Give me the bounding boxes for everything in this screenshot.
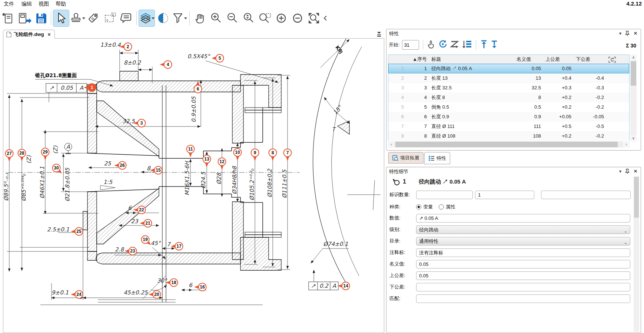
dimension-text[interactable]: (Z): [26, 155, 32, 164]
dim-balloon-13[interactable]: 13: [203, 155, 211, 168]
dim-balloon-7[interactable]: 7: [284, 149, 292, 161]
dimension-text[interactable]: 32.5: [122, 118, 135, 125]
layers-dropdown-caret[interactable]: [152, 17, 155, 19]
radio-variable[interactable]: 变量: [416, 204, 433, 210]
value-input[interactable]: ↗ 0.05 A: [416, 214, 630, 222]
lower-tol-input[interactable]: [416, 283, 630, 291]
sort-list-icon[interactable]: [462, 39, 472, 50]
dimension-text[interactable]: Ø46X1±0.1: [39, 166, 46, 198]
dimension-text[interactable]: K向: [334, 44, 344, 55]
refresh-view-icon[interactable]: [606, 55, 629, 63]
dimension-text[interactable]: Ø21.8±0.05: [64, 167, 71, 202]
dimension-text[interactable]: 9±0.1: [52, 289, 69, 296]
tab-close-icon[interactable]: ×: [48, 32, 51, 37]
dim-balloon-3[interactable]: 3: [133, 119, 146, 127]
detail-close-icon[interactable]: ✕: [634, 169, 637, 174]
table-row[interactable]: 22长度 1313+0.4-0.4: [388, 73, 629, 83]
dimension-text[interactable]: M16X1.5-6H: [184, 161, 190, 195]
dimension-text[interactable]: 0.5X45°: [187, 53, 210, 60]
fcf-runout-02[interactable]: ↗ 0.2 A: [309, 282, 338, 290]
dimension-text[interactable]: Ø28: [216, 172, 222, 184]
vscroll-down-arrow[interactable]: ∨: [630, 135, 637, 141]
dim-balloon-5[interactable]: 5: [212, 55, 224, 62]
dimension-text[interactable]: Ø34H8/h8: [231, 166, 238, 194]
filter-button[interactable]: [172, 10, 187, 26]
dimension-text[interactable]: 1:5: [103, 179, 113, 185]
dim-balloon-19[interactable]: 19: [142, 236, 151, 245]
new-file-button[interactable]: [0, 10, 16, 26]
dimension-text[interactable]: 0.9±0.05: [190, 96, 197, 122]
zoom-vertical-button[interactable]: [241, 10, 256, 26]
panel-pin-icon[interactable]: [625, 31, 630, 37]
menu-edit[interactable]: 编辑: [21, 1, 32, 7]
pan-tool-button[interactable]: [192, 10, 208, 26]
dim-balloon-14[interactable]: 14: [338, 282, 350, 290]
menu-help[interactable]: 帮助: [56, 1, 66, 7]
menu-file[interactable]: 文件: [4, 1, 14, 7]
dim-balloon-26[interactable]: 26: [114, 162, 126, 169]
dimension-text[interactable]: 2.8: [115, 246, 124, 253]
dimension-text[interactable]: 2.5±0.1: [47, 226, 69, 233]
hscroll-right-arrow[interactable]: ›: [623, 141, 630, 148]
dim-balloon-11[interactable]: 11: [187, 145, 195, 158]
dim-balloon-17[interactable]: 17: [171, 243, 183, 250]
drawing-canvas[interactable]: A ↗ 0.05 A ↗ 0.2 A 锥孔Ø2: [3, 38, 384, 333]
vscroll-thumb[interactable]: [631, 61, 636, 86]
detail-dropdown-icon[interactable]: ▾: [619, 169, 621, 174]
dimension-text[interactable]: Ø85⁺⁰·⁰⁵⁴₀: [20, 174, 27, 201]
tab-overflow-menu[interactable]: [376, 31, 382, 38]
datum-a-symbol[interactable]: A: [64, 143, 72, 154]
table-row[interactable]: 88直径 Ø 108108+0.2-0.2: [388, 131, 629, 141]
table-row[interactable]: 33长度 32.532.5+0.3-0.3: [388, 83, 629, 93]
start-input[interactable]: [402, 40, 419, 50]
dim-balloon-9[interactable]: 9: [251, 149, 259, 161]
dim-balloon-16[interactable]: 16: [194, 283, 206, 291]
layers-button[interactable]: [139, 10, 155, 26]
hscroll-left-arrow[interactable]: ‹: [388, 141, 395, 148]
menu-view[interactable]: 视图: [39, 1, 49, 7]
vscroll-up-arrow[interactable]: ∧: [630, 55, 637, 60]
table-row[interactable]: 44长度 88+0.2-0.2: [388, 93, 629, 102]
dimension-text[interactable]: 6: [128, 205, 132, 211]
count-input-3[interactable]: [541, 191, 631, 199]
dim-balloon-28[interactable]: 28: [18, 149, 26, 162]
dimension-text[interactable]: 13±0.4: [100, 42, 121, 48]
dimension-text[interactable]: Ø105.2⁺⁰·²₀: [249, 168, 255, 200]
zoom-out-button[interactable]: [225, 10, 240, 26]
catalog-select[interactable]: 通用特性⌄: [416, 237, 630, 245]
panel-dropdown-icon[interactable]: ▾: [619, 31, 621, 36]
dimension-text[interactable]: 15°: [332, 104, 344, 116]
detail-vscrollbar[interactable]: [634, 176, 639, 332]
dimension-text[interactable]: Ø74±0.1: [323, 241, 348, 247]
note-input[interactable]: 没有注释标: [416, 248, 630, 257]
dimension-text[interactable]: 30°: [157, 277, 167, 284]
dim-balloon-25[interactable]: 25: [71, 228, 83, 235]
fcf-runout-005[interactable]: ↗ 0.05 A: [46, 83, 87, 92]
upper-tol-input[interactable]: 0.05: [416, 271, 630, 280]
table-row[interactable]: 66长度 0.90.9+0.05-0.05: [388, 112, 629, 122]
enlarge-button[interactable]: [273, 10, 289, 26]
table-hscrollbar[interactable]: ‹ ›: [388, 141, 630, 148]
tab-feilun-dwg[interactable]: 飞轮组件.dwg ×: [3, 30, 55, 39]
dim-balloon-27[interactable]: 27: [6, 150, 13, 162]
dimension-text[interactable]: Ø89.5⁰₋₀.₃: [3, 172, 10, 201]
dim-balloon-12[interactable]: 12: [218, 158, 226, 170]
dimension-text[interactable]: Ø24.5: [200, 171, 207, 189]
tab-project-expand[interactable]: 项目拓展: [388, 152, 424, 164]
dimension-text[interactable]: 45±0.25: [123, 289, 148, 296]
open-file-button[interactable]: [17, 10, 32, 26]
detail-pin-icon[interactable]: [625, 169, 630, 175]
match-input[interactable]: [416, 294, 630, 303]
dim-balloon-2[interactable]: 2: [120, 43, 132, 51]
dimension-text[interactable]: 25: [104, 160, 112, 167]
pick-hand-icon[interactable]: [427, 39, 436, 50]
note-taper-hole[interactable]: 锥孔Ø21.8测量面: [35, 72, 77, 78]
dimension-text[interactable]: 23: [131, 218, 139, 225]
panel-close-icon[interactable]: ✕: [634, 31, 637, 36]
dimension-text[interactable]: Ø111±0.5: [281, 169, 288, 198]
table-row[interactable]: 55倒角 0.50.5+0.2-0.2: [388, 102, 629, 112]
toolbar-collapse-button[interactable]: [322, 10, 328, 26]
hscroll-thumb[interactable]: [395, 142, 618, 147]
nominal-input[interactable]: 0.05: [416, 260, 630, 268]
zoom-fit-button[interactable]: [306, 10, 322, 26]
